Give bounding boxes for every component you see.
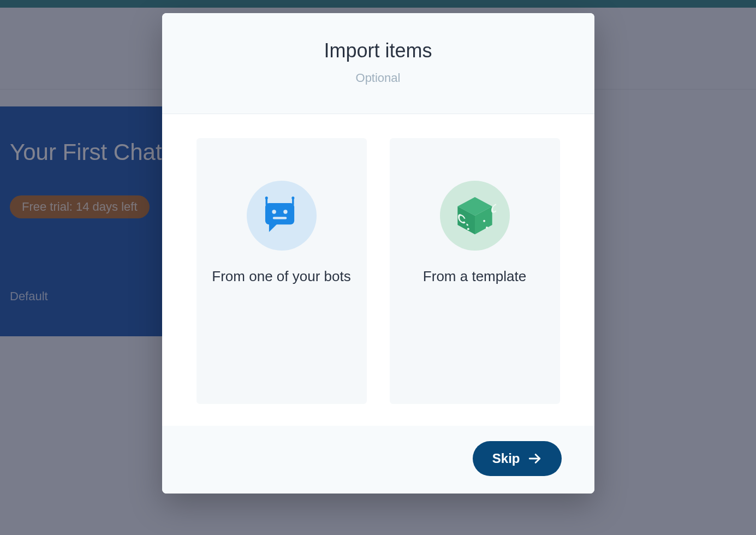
svg-point-8 bbox=[291, 197, 294, 199]
svg-marker-4 bbox=[269, 223, 277, 232]
arrow-right-icon bbox=[528, 451, 542, 466]
svg-point-16 bbox=[485, 227, 487, 229]
svg-rect-0 bbox=[265, 203, 294, 224]
robot-chat-icon bbox=[261, 195, 302, 236]
template-cube-icon: C. C. bbox=[454, 194, 496, 237]
svg-point-15 bbox=[483, 220, 485, 222]
modal-body: From one of your bots C. C. From a templ… bbox=[162, 114, 594, 426]
modal-footer: Skip bbox=[162, 426, 594, 494]
skip-button[interactable]: Skip bbox=[473, 441, 562, 476]
svg-point-6 bbox=[265, 197, 267, 199]
option-from-bot-label: From one of your bots bbox=[212, 267, 350, 286]
svg-text:C.: C. bbox=[491, 198, 496, 217]
svg-point-14 bbox=[467, 228, 469, 230]
bot-icon-wrap bbox=[247, 181, 317, 251]
import-items-modal: Import items Optional From one of your b… bbox=[162, 13, 594, 494]
option-from-template[interactable]: C. C. From a template bbox=[390, 138, 560, 404]
svg-point-1 bbox=[272, 210, 276, 213]
modal-header: Import items Optional bbox=[162, 13, 594, 114]
svg-point-2 bbox=[283, 210, 287, 213]
modal-title: Import items bbox=[173, 39, 584, 62]
option-from-bot[interactable]: From one of your bots bbox=[197, 138, 367, 404]
option-from-template-label: From a template bbox=[423, 267, 526, 286]
template-icon-wrap: C. C. bbox=[440, 181, 510, 251]
skip-button-label: Skip bbox=[492, 451, 520, 466]
modal-subtitle: Optional bbox=[173, 71, 584, 85]
svg-rect-3 bbox=[272, 217, 286, 219]
